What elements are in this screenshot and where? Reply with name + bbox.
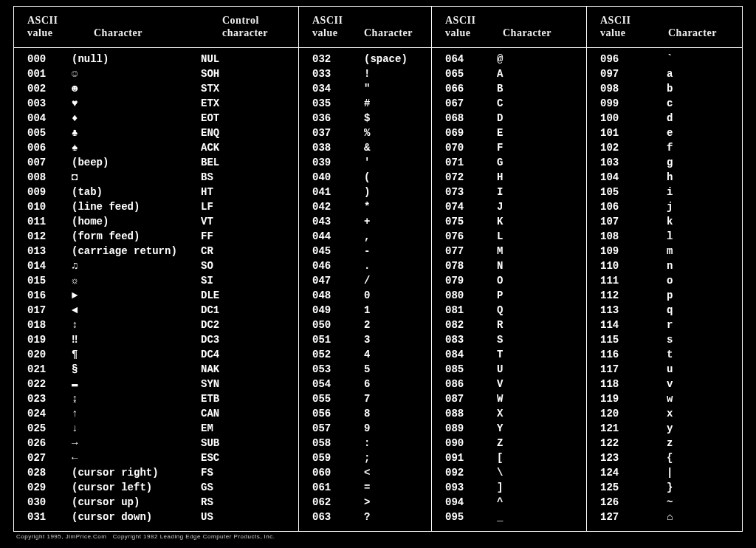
ascii-value: 099 bbox=[587, 96, 645, 111]
ascii-character: ► bbox=[72, 288, 201, 303]
table-row: 015☼SI bbox=[14, 273, 298, 288]
table-row: 086V bbox=[432, 377, 586, 391]
ascii-value: 076 bbox=[432, 229, 489, 244]
column-uppercase: ASCIIvalue Character 064@065A066B067C068… bbox=[432, 7, 587, 531]
hdr-ascii-value: ASCIIvalue bbox=[27, 14, 58, 39]
table-row: 118v bbox=[587, 377, 742, 391]
column-body: 000(null)NUL001☺SOH002☻STX003♥ETX004♦EOT… bbox=[14, 48, 298, 535]
ascii-value: 050 bbox=[299, 318, 357, 332]
ascii-character: 1 bbox=[357, 303, 430, 318]
ascii-character: ♥ bbox=[72, 96, 201, 111]
table-row: 0491 bbox=[299, 303, 431, 318]
ascii-value: 077 bbox=[432, 244, 489, 258]
ascii-value: 094 bbox=[432, 495, 489, 510]
ascii-character: (cursor up) bbox=[72, 495, 201, 510]
ascii-value: 000 bbox=[14, 52, 72, 66]
table-row: 062> bbox=[299, 495, 431, 510]
table-row: 029(cursor left)GS bbox=[14, 480, 298, 495]
ascii-value: 108 bbox=[587, 229, 645, 244]
ascii-character: J bbox=[489, 199, 563, 214]
table-row: 013(carriage return)CR bbox=[14, 244, 298, 258]
control-character: CAN bbox=[201, 406, 260, 421]
table-row: 071G bbox=[432, 155, 586, 170]
table-row: 110n bbox=[587, 258, 742, 273]
ascii-character: Y bbox=[489, 421, 563, 436]
table-row: 076L bbox=[432, 229, 586, 244]
ascii-character: (cursor right) bbox=[72, 465, 201, 480]
ascii-character: % bbox=[357, 126, 430, 140]
table-row: 0557 bbox=[299, 391, 431, 406]
ascii-character: ? bbox=[357, 510, 430, 524]
ascii-character: < bbox=[357, 465, 430, 480]
table-row: 124| bbox=[587, 465, 742, 480]
ascii-value: 095 bbox=[432, 510, 489, 524]
ascii-value: 028 bbox=[14, 465, 72, 480]
ascii-value: 088 bbox=[432, 406, 489, 421]
ascii-character: ; bbox=[357, 451, 430, 465]
ascii-character: ▬ bbox=[72, 377, 201, 391]
table-row: 069E bbox=[432, 126, 586, 140]
table-row: 103g bbox=[587, 155, 742, 170]
ascii-value: 036 bbox=[299, 111, 357, 126]
ascii-character: 3 bbox=[357, 332, 430, 347]
table-row: 0524 bbox=[299, 347, 431, 362]
ascii-value: 008 bbox=[14, 170, 72, 185]
control-character: DC3 bbox=[201, 332, 260, 347]
table-row: 028(cursor right)FS bbox=[14, 465, 298, 480]
ascii-table: ASCIIvalue Character Controlcharacter 00… bbox=[13, 6, 743, 532]
table-row: 098b bbox=[587, 81, 742, 96]
ascii-value: 019 bbox=[14, 332, 72, 347]
ascii-character: (cursor left) bbox=[72, 480, 201, 495]
ascii-value: 116 bbox=[587, 347, 645, 362]
ascii-value: 098 bbox=[587, 81, 645, 96]
ascii-character: : bbox=[357, 436, 430, 451]
ascii-value: 039 bbox=[299, 155, 357, 170]
ascii-value: 073 bbox=[432, 185, 489, 199]
ascii-character: n bbox=[645, 258, 733, 273]
ascii-character: N bbox=[489, 258, 563, 273]
table-row: 005♣ENQ bbox=[14, 126, 298, 140]
ascii-value: 079 bbox=[432, 273, 489, 288]
ascii-value: 119 bbox=[587, 391, 645, 406]
table-row: 122z bbox=[587, 436, 742, 451]
hdr-character: Character bbox=[94, 27, 142, 39]
table-row: 000(null)NUL bbox=[14, 52, 298, 66]
column-header: ASCIIvalue Character bbox=[587, 7, 742, 48]
ascii-character: > bbox=[357, 495, 430, 510]
ascii-character: (line feed) bbox=[72, 199, 201, 214]
ascii-value: 092 bbox=[432, 465, 489, 480]
ascii-value: 096 bbox=[587, 52, 645, 66]
ascii-value: 023 bbox=[14, 391, 72, 406]
table-row: 047/ bbox=[299, 273, 431, 288]
control-character: SYN bbox=[201, 377, 260, 391]
table-row: 026→SUB bbox=[14, 436, 298, 451]
ascii-character: ! bbox=[357, 66, 430, 81]
ascii-value: 089 bbox=[432, 421, 489, 436]
table-row: 058: bbox=[299, 436, 431, 451]
ascii-character: S bbox=[489, 332, 563, 347]
ascii-character: 2 bbox=[357, 318, 430, 332]
ascii-character: ◄ bbox=[72, 303, 201, 318]
ascii-value: 055 bbox=[299, 391, 357, 406]
ascii-value: 058 bbox=[299, 436, 357, 451]
ascii-value: 121 bbox=[587, 421, 645, 436]
ascii-character: C bbox=[489, 96, 563, 111]
table-row: 007(beep)BEL bbox=[14, 155, 298, 170]
ascii-character: @ bbox=[489, 52, 563, 66]
ascii-value: 033 bbox=[299, 66, 357, 81]
ascii-value: 109 bbox=[587, 244, 645, 258]
ascii-value: 124 bbox=[587, 465, 645, 480]
hdr-character: Character bbox=[364, 27, 413, 39]
ascii-character: ) bbox=[357, 185, 430, 199]
ascii-character: R bbox=[489, 318, 563, 332]
control-character: BEL bbox=[201, 155, 260, 170]
ascii-value: 081 bbox=[432, 303, 489, 318]
table-row: 019‼DC3 bbox=[14, 332, 298, 347]
ascii-value: 078 bbox=[432, 258, 489, 273]
table-row: 111o bbox=[587, 273, 742, 288]
ascii-value: 045 bbox=[299, 244, 357, 258]
ascii-character: Z bbox=[489, 436, 563, 451]
ascii-character: → bbox=[72, 436, 201, 451]
ascii-value: 057 bbox=[299, 421, 357, 436]
ascii-value: 018 bbox=[14, 318, 72, 332]
